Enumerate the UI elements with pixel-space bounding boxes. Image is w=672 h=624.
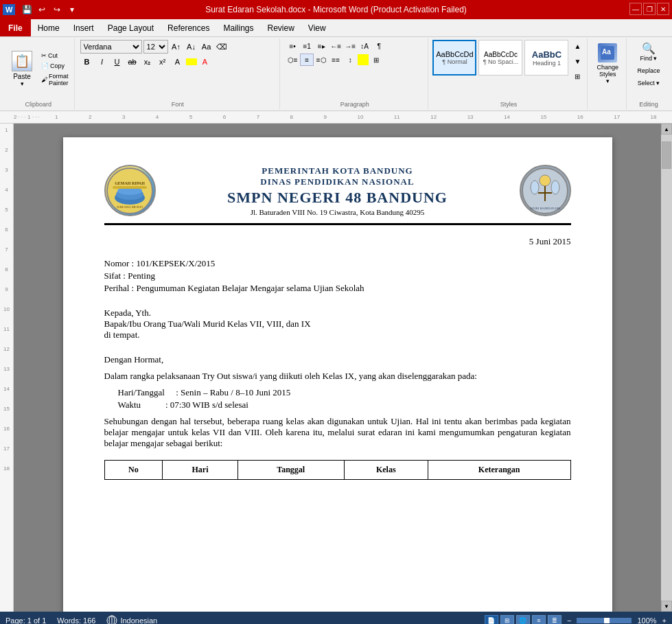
restore-button[interactable]: ❐ — [643, 3, 656, 15]
numbering-button[interactable]: ≡1 — [300, 40, 314, 52]
schedule-row-2: Waktu : 07:30 WIB s/d selesai — [118, 400, 571, 411]
sort-button[interactable]: ↕A — [358, 40, 371, 52]
bullets-button[interactable]: ≡• — [286, 40, 299, 52]
align-center-button[interactable]: ≡ — [300, 54, 314, 66]
document-page[interactable]: GEMAH RIPAH WIBAWA MUKTI PEMERINTAH KOTA… — [63, 137, 612, 612]
decrease-indent-button[interactable]: ←≡ — [329, 40, 343, 52]
scroll-down-button[interactable]: ▼ — [661, 601, 672, 612]
schedule-row-1: Hari/Tanggal : Senin – Rabu / 8–10 Juni … — [118, 387, 571, 398]
cut-button[interactable]: ✂ Cut — [38, 51, 71, 60]
multilevel-button[interactable]: ≡▸ — [314, 40, 328, 52]
scroll-up-button[interactable]: ▲ — [661, 124, 672, 135]
increase-indent-button[interactable]: →≡ — [343, 40, 357, 52]
table-col-no: No — [104, 461, 163, 480]
letter-info: Nomor : 101/KEPSEK/X/2015 Sifat : Pentin… — [104, 258, 571, 294]
format-painter-button[interactable]: 🖌 Format Painter — [38, 71, 71, 88]
svg-point-10 — [540, 175, 551, 186]
text-highlight-button[interactable] — [186, 58, 197, 65]
font-group-content: Verdana 12 A↑ A↓ Aa ⌫ B I U ab x₂ x² A A — [80, 40, 276, 78]
zoom-slider[interactable] — [577, 618, 632, 623]
grow-font-button[interactable]: A↑ — [170, 40, 183, 54]
shrink-font-button[interactable]: A↓ — [185, 40, 198, 54]
styles-scroll-up[interactable]: ▲ — [570, 40, 584, 52]
paste-button[interactable]: 📋 Paste ▾ — [5, 40, 38, 98]
scroll-thumb[interactable] — [662, 141, 671, 169]
print-view-button[interactable]: 📄 — [485, 615, 498, 624]
quick-access-dropdown[interactable]: ▾ — [66, 3, 78, 16]
strikethrough-button[interactable]: ab — [126, 55, 139, 69]
justify-button[interactable]: ≡≡ — [329, 54, 343, 66]
replace-button[interactable]: Replace — [631, 65, 667, 76]
shading-button[interactable] — [358, 54, 369, 65]
zoom-plus-button[interactable]: + — [662, 616, 667, 624]
language-icon — [106, 615, 117, 624]
font-color-button[interactable]: A — [198, 55, 212, 69]
table-col-kelas: Kelas — [344, 461, 428, 480]
show-marks-button[interactable]: ¶ — [372, 40, 386, 52]
styles-more[interactable]: ⊞ — [570, 70, 584, 82]
minimize-button[interactable]: — — [629, 3, 642, 15]
italic-button[interactable]: I — [95, 55, 109, 69]
close-button[interactable]: ✕ — [657, 3, 669, 15]
status-right: 📄 ⊞ 🌐 ≡ ≣ − 100% + — [485, 615, 667, 624]
superscript-button[interactable]: x² — [156, 55, 170, 69]
line-spacing-button[interactable]: ↕ — [343, 54, 357, 66]
table-header-row: No Hari Tanggal Kelas Keterangan — [104, 461, 570, 480]
schedule-info: Hari/Tanggal : Senin – Rabu / 8–10 Juni … — [118, 387, 571, 411]
style-normal-button[interactable]: AaBbCcDd ¶ Normal — [432, 40, 476, 76]
mailings-menu[interactable]: Mailings — [216, 19, 260, 36]
table-col-hari: Hari — [163, 461, 238, 480]
clear-format-button[interactable]: ⌫ — [215, 40, 229, 54]
underline-button[interactable]: U — [111, 55, 124, 69]
styles-scroll-down[interactable]: ▼ — [570, 55, 584, 67]
pagelayout-menu[interactable]: Page Layout — [101, 19, 161, 36]
header-center: PEMERINTAH KOTA BANDUNG DINAS PENDIDIKAN… — [159, 165, 516, 216]
align-right-button[interactable]: ≡⬡ — [314, 54, 328, 66]
outline-view-button[interactable]: ≡ — [532, 615, 546, 624]
find-button[interactable]: 🔍 Find ▾ — [631, 40, 667, 64]
scroll-track[interactable] — [661, 135, 672, 601]
document-area: 12 34 56 78 910 1112 1314 1516 1718 — [0, 124, 672, 612]
font-size-select[interactable]: 12 — [143, 40, 168, 54]
letter-number: Nomor : 101/KEPSEK/X/2015 — [104, 258, 571, 269]
svg-rect-6 — [113, 186, 147, 189]
style-nospace-button[interactable]: AaBbCcDc ¶ No Spaci... — [478, 40, 522, 76]
file-menu[interactable]: File — [0, 19, 31, 36]
school-address: Jl. Baturaden VIII No. 19 Ciwastra, Kota… — [159, 208, 516, 216]
web-view-button[interactable]: 🌐 — [516, 615, 530, 624]
zoom-minus-button[interactable]: − — [567, 616, 571, 624]
recipient-block: Kepada, Yth. Bapak/Ibu Orang Tua/Wali Mu… — [104, 308, 571, 340]
paragraph-group-content: ≡• ≡1 ≡▸ ←≡ →≡ ↕A ¶ ⬡≡ ≡ ≡⬡ ≡≡ ↕ ⊞ — [286, 40, 424, 76]
page-indicator: Page: 1 of 1 — [5, 616, 46, 624]
font-family-select[interactable]: Verdana — [80, 40, 142, 54]
view-menu[interactable]: View — [301, 19, 333, 36]
quick-save-button[interactable]: 💾 — [21, 3, 33, 16]
copy-button[interactable]: 📄 Copy — [38, 61, 71, 71]
full-screen-button[interactable]: ⊞ — [500, 615, 514, 624]
draft-view-button[interactable]: ≣ — [548, 615, 561, 624]
zoom-level: 100% — [637, 616, 656, 624]
align-left-button[interactable]: ⬡≡ — [286, 54, 299, 66]
horizontal-ruler: 2 · · · 1 · · · 12345 678910 1112131415 … — [0, 111, 672, 124]
text-effect-button[interactable]: A — [171, 55, 185, 69]
select-button[interactable]: Select ▾ — [631, 78, 667, 89]
change-case-button[interactable]: Aa — [200, 40, 213, 54]
quick-redo-button[interactable]: ↪ — [51, 3, 63, 16]
review-menu[interactable]: Review — [260, 19, 301, 36]
recipient-line-1: Kepada, Yth. — [104, 308, 571, 319]
change-styles-button[interactable]: Aa ChangeStyles ▾ — [592, 40, 623, 88]
clipboard-small-buttons: ✂ Cut 📄 Copy 🖌 Format Painter — [38, 40, 71, 98]
logo-left: GEMAH RIPAH WIBAWA MUKTI — [104, 165, 159, 216]
subscript-button[interactable]: x₂ — [141, 55, 154, 69]
home-menu[interactable]: Home — [31, 19, 67, 36]
vertical-scrollbar[interactable]: ▲ ▼ — [661, 124, 672, 612]
quick-undo-button[interactable]: ↩ — [36, 3, 48, 16]
insert-menu[interactable]: Insert — [67, 19, 101, 36]
bold-button[interactable]: B — [80, 55, 94, 69]
borders-button[interactable]: ⊞ — [369, 54, 383, 66]
style-heading1-button[interactable]: AaBbC Heading 1 — [524, 40, 568, 76]
recipient-line-3: di tempat. — [104, 330, 571, 340]
vertical-ruler: 12 34 56 78 910 1112 1314 1516 1718 — [0, 124, 14, 612]
salutation-text: Dengan Hormat, — [104, 354, 571, 365]
references-menu[interactable]: References — [161, 19, 216, 36]
